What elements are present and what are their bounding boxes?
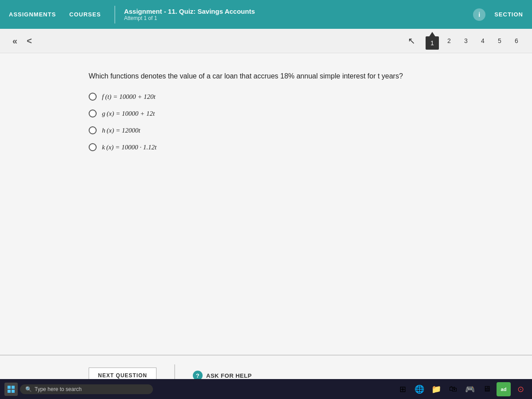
double-back-arrow[interactable]: « [9, 34, 21, 48]
taskbar-icon-game[interactable]: 🎮 [463, 382, 477, 396]
option-a[interactable]: f (t) = 10000 + 120t [89, 93, 488, 101]
radio-a[interactable] [89, 93, 97, 101]
option-a-text: f (t) = 10000 + 120t [102, 93, 156, 101]
taskbar-icon-app1[interactable]: ad [497, 382, 511, 396]
option-c-text: h (x) = 12000t [102, 127, 140, 134]
back-arrow[interactable]: < [23, 34, 35, 48]
taskbar: 🔍 Type here to search ⊞ 🌐 📁 🛍 🎮 🖥 ad ⊙ [0, 379, 532, 399]
option-d-text: k (x) = 10000 · 1.12t [102, 144, 156, 151]
page-1-container: 1 [426, 32, 439, 50]
attempt-label: Attempt 1 of 1 [124, 15, 473, 21]
taskbar-icon-grid[interactable]: ⊞ [395, 382, 410, 396]
cursor-icon: ↖ [408, 35, 415, 46]
search-placeholder: Type here to search [35, 386, 82, 392]
assignment-info: Assignment - 11. Quiz: Savings Accounts … [124, 8, 473, 21]
page-num-2[interactable]: 2 [442, 34, 456, 47]
radio-d[interactable] [89, 143, 97, 151]
start-button[interactable] [4, 383, 18, 396]
option-b-text: g (x) = 10000 + 12t [102, 110, 155, 117]
page-num-3[interactable]: 3 [459, 34, 473, 47]
page-num-6[interactable]: 6 [510, 34, 523, 47]
taskbar-search[interactable]: 🔍 Type here to search [20, 384, 153, 394]
taskbar-icon-store[interactable]: 🛍 [446, 382, 460, 396]
nav-divider [114, 6, 115, 23]
second-nav-bar: « < ↖ 1 2 3 4 5 6 [0, 29, 532, 53]
taskbar-icon-edge[interactable]: 🌐 [412, 382, 426, 396]
page-num-1[interactable]: 1 [426, 36, 439, 50]
nav-courses[interactable]: COURSES [69, 11, 101, 18]
main-content: Which functions denotes the value of a c… [0, 53, 532, 355]
svg-rect-1 [12, 386, 15, 389]
page-numbers: ↖ 1 2 3 4 5 6 [408, 32, 523, 50]
top-nav-bar: ASSIGNMENTS COURSES Assignment - 11. Qui… [0, 0, 532, 29]
question-text: Which functions denotes the value of a c… [89, 71, 488, 82]
option-d[interactable]: k (x) = 10000 · 1.12t [89, 143, 488, 151]
page-num-4[interactable]: 4 [476, 34, 489, 47]
taskbar-icon-circle[interactable]: ⊙ [513, 382, 528, 396]
ask-for-help-label: ASK FOR HELP [206, 372, 252, 379]
taskbar-icon-desktop[interactable]: 🖥 [480, 382, 494, 396]
svg-rect-2 [8, 390, 11, 393]
radio-b[interactable] [89, 110, 97, 117]
svg-rect-0 [8, 386, 11, 389]
windows-icon [8, 386, 15, 393]
option-c[interactable]: h (x) = 12000t [89, 126, 488, 134]
search-icon: 🔍 [25, 386, 32, 392]
radio-c[interactable] [89, 126, 97, 134]
svg-rect-3 [12, 390, 15, 393]
option-b[interactable]: g (x) = 10000 + 12t [89, 110, 488, 117]
taskbar-icons: ⊞ 🌐 📁 🛍 🎮 🖥 ad ⊙ [395, 382, 528, 396]
taskbar-icon-folder[interactable]: 📁 [429, 382, 443, 396]
nav-section[interactable]: SECTION [494, 11, 523, 18]
assignment-title: Assignment - 11. Quiz: Savings Accounts [124, 8, 473, 15]
nav-assignments[interactable]: ASSIGNMENTS [9, 11, 56, 18]
info-icon[interactable]: i [473, 8, 485, 21]
page-num-5[interactable]: 5 [493, 34, 506, 47]
